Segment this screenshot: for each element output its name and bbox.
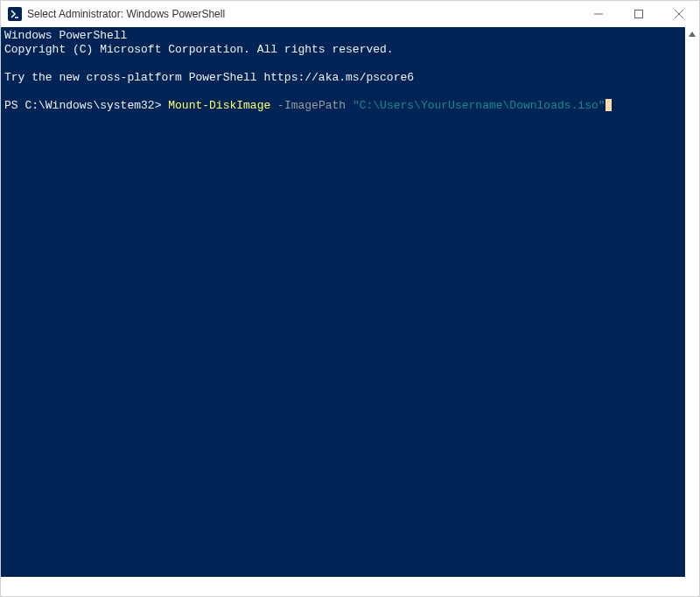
scroll-up-arrow-icon[interactable] xyxy=(685,27,699,41)
window-bottom-border xyxy=(1,577,699,596)
svg-rect-2 xyxy=(635,11,643,18)
scrollbar[interactable] xyxy=(685,27,699,577)
pscore-hint: Try the new cross-platform PowerShell ht… xyxy=(4,71,414,84)
cmdlet-name: Mount-DiskImage xyxy=(168,99,270,112)
banner-line-1: Windows PowerShell xyxy=(4,29,127,42)
close-button[interactable] xyxy=(659,1,699,27)
window-controls xyxy=(578,1,699,27)
terminal-output[interactable]: Windows PowerShell Copyright (C) Microso… xyxy=(1,27,685,577)
parameter-name: -ImagePath xyxy=(277,99,346,112)
window-title: Select Administrator: Windows PowerShell xyxy=(27,8,225,20)
powershell-icon xyxy=(8,7,22,21)
titlebar[interactable]: Select Administrator: Windows PowerShell xyxy=(1,1,699,27)
terminal-area: Windows PowerShell Copyright (C) Microso… xyxy=(1,27,699,577)
banner-line-2: Copyright (C) Microsoft Corporation. All… xyxy=(4,43,394,56)
maximize-button[interactable] xyxy=(619,1,659,27)
parameter-value: "C:\Users\YourUsername\Downloads.iso" xyxy=(353,99,606,112)
cursor xyxy=(606,99,612,111)
powershell-window: Select Administrator: Windows PowerShell… xyxy=(0,0,700,597)
titlebar-left: Select Administrator: Windows PowerShell xyxy=(8,7,225,21)
minimize-button[interactable] xyxy=(578,1,619,27)
prompt: PS C:\Windows\system32> xyxy=(4,99,168,112)
